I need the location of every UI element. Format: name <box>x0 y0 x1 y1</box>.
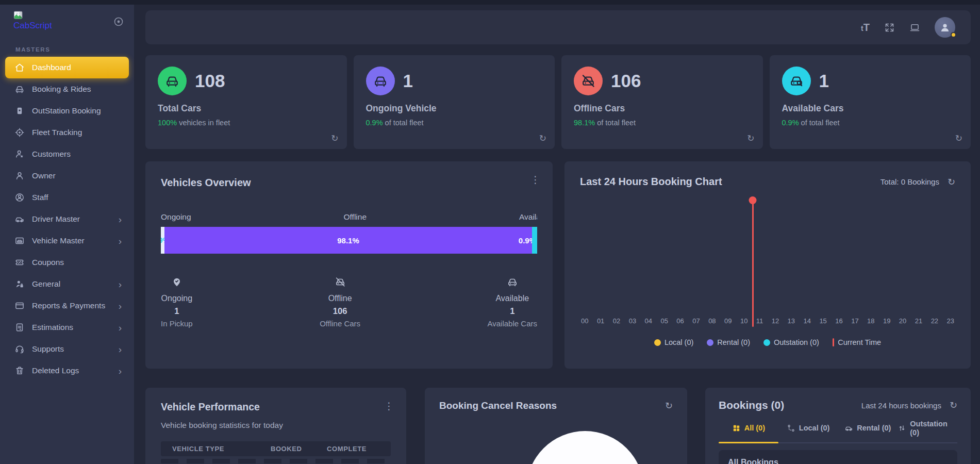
chevron-right-icon: › <box>119 323 124 333</box>
sidebar-item-vehicle-master[interactable]: Vehicle Master› <box>5 230 129 252</box>
tab-outstation-0[interactable]: Outstation (0) <box>898 420 957 442</box>
hour-tick: 19 <box>883 317 890 325</box>
sidebar-item-label: Dashboard <box>32 63 71 72</box>
refresh-icon[interactable]: ↻ <box>331 133 338 144</box>
sidebar-item-estimations[interactable]: Estimations› <box>5 317 129 338</box>
chevron-right-icon: › <box>119 344 124 354</box>
legend-label: Local (0) <box>665 338 693 346</box>
legend-label: Outstation (0) <box>774 338 819 346</box>
refresh-icon[interactable]: ↻ <box>539 133 546 144</box>
broken-image-icon <box>13 11 24 20</box>
brand-logo[interactable]: CabScript <box>13 11 52 31</box>
sidebar-item-dashboard[interactable]: Dashboard <box>5 57 129 78</box>
stat-value: 106 <box>611 71 641 91</box>
fullscreen-button[interactable] <box>884 22 895 33</box>
sidebar-item-driver-master[interactable]: Driver Master› <box>5 208 129 230</box>
text-size-button[interactable]: tT <box>861 22 870 34</box>
chart-legend: Local (0)Rental (0)Outstation (0)Current… <box>580 338 955 346</box>
hour-tick: 06 <box>676 317 684 325</box>
column-sub: In Pickup <box>161 319 193 328</box>
chevron-right-icon: › <box>119 214 124 224</box>
legend-item-outstation-0: Outstation (0) <box>763 338 819 346</box>
sidebar-item-customers[interactable]: Customers <box>5 143 129 165</box>
sidebar-item-label: Owner <box>32 171 56 180</box>
legend-item-current-time: Current Time <box>833 338 881 346</box>
column-value: 106 <box>320 306 360 316</box>
vehicle-performance-title: Vehicle Performance <box>161 401 391 413</box>
headset-icon <box>14 344 25 354</box>
sidebar-item-fleet-tracking[interactable]: Fleet Tracking <box>5 122 129 143</box>
laptop-icon <box>909 22 920 33</box>
hour-tick: 17 <box>851 317 858 325</box>
sidebar-item-supports[interactable]: Supports› <box>5 338 129 360</box>
sidebar-item-general[interactable]: General› <box>5 273 129 295</box>
sidebar-item-reports-payments[interactable]: Reports & Payments› <box>5 295 129 317</box>
hour-tick: 15 <box>819 317 826 325</box>
bar-label: Offline <box>344 212 367 222</box>
refresh-icon[interactable]: ↻ <box>955 133 962 144</box>
sidebar-item-deleted-logs[interactable]: Deleted Logs› <box>5 360 129 382</box>
hour-tick: 18 <box>867 317 874 325</box>
refresh-icon[interactable]: ↻ <box>665 400 673 411</box>
booking-chart-title: Last 24 Hours Booking Chart <box>580 176 722 188</box>
stat-card-total-cars: 108Total Cars100% vehicles in fleet↻ <box>145 55 347 149</box>
tab-all-0[interactable]: All (0) <box>719 420 778 442</box>
sidebar-item-label: Reports & Payments <box>32 301 105 310</box>
sidebar-item-label: Driver Master <box>32 214 80 224</box>
refresh-icon[interactable]: ↻ <box>747 133 754 144</box>
performance-table-header: VEHICLE TYPEBOOKEDCOMPLETE <box>161 441 391 456</box>
vehicles-overview-panel: Vehicles Overview ⋮ OngoingOfflineAvaila… <box>145 161 553 369</box>
booking-chart-area: 0001020304050607080910111213141516171819… <box>580 196 955 325</box>
table-header-cell: COMPLETE <box>327 445 389 453</box>
refresh-icon[interactable]: ↻ <box>950 400 957 411</box>
sidebar-item-booking-rides[interactable]: Booking & Rides <box>5 78 129 100</box>
chevron-right-icon: › <box>119 279 124 289</box>
sidebar-item-label: Supports <box>32 344 64 354</box>
sidebar-item-coupons[interactable]: Coupons <box>5 252 129 273</box>
tab-local-0[interactable]: Local (0) <box>778 420 838 442</box>
stat-card-ongoing-vehicle: 1Ongoing Vehicle0.9% of total fleet↻ <box>354 55 555 149</box>
kebab-menu-icon[interactable]: ⋮ <box>530 174 540 186</box>
stat-percent-line: 0.9% of total fleet <box>366 119 543 127</box>
hour-tick: 03 <box>629 317 636 325</box>
ticket-icon <box>14 257 25 268</box>
sidebar-item-outstation-booking[interactable]: OutStation Booking <box>5 100 129 122</box>
overview-column-available: Available1Available Cars <box>488 276 537 328</box>
hour-tick: 04 <box>645 317 652 325</box>
sidebar-item-label: General <box>32 279 60 289</box>
booking-pad-icon <box>14 106 25 116</box>
hour-tick: 09 <box>724 317 732 325</box>
sidebar-item-owner[interactable]: Owner <box>5 165 129 187</box>
stat-label: Offline Cars <box>574 103 751 114</box>
sidebar-collapse-button[interactable] <box>112 16 125 28</box>
target-icon <box>14 127 25 138</box>
hour-tick: 07 <box>692 317 700 325</box>
hour-tick: 05 <box>660 317 668 325</box>
sidebar-item-label: Deleted Logs <box>32 366 79 375</box>
column-value: 1 <box>161 306 193 316</box>
tab-rental-0[interactable]: Rental (0) <box>838 420 898 442</box>
person-icon <box>14 171 25 181</box>
user-icon <box>939 21 951 34</box>
column-label: Ongoing <box>161 294 193 303</box>
booking-total-label: Total: 0 Bookings <box>881 177 939 186</box>
document-icon <box>14 322 25 333</box>
vehicles-overview-title: Vehicles Overview <box>161 177 537 189</box>
display-button[interactable] <box>909 22 920 33</box>
sidebar-item-label: Fleet Tracking <box>32 128 82 137</box>
sidebar-item-label: Staff <box>32 193 48 202</box>
stat-label: Available Cars <box>782 103 959 114</box>
avatar[interactable] <box>935 17 955 38</box>
refresh-icon[interactable]: ↻ <box>948 176 955 188</box>
text-size-large: T <box>863 22 870 34</box>
bar-label: Available <box>519 212 537 222</box>
sidebar-item-label: Vehicle Master <box>32 236 85 245</box>
sidebar-item-staff[interactable]: Staff <box>5 187 129 208</box>
clipped-table-row <box>161 459 391 463</box>
legend-dot-icon <box>707 339 713 346</box>
stat-value: 1 <box>403 71 413 91</box>
dashboard-page: { "brand": { "name": "CabScript" }, "sid… <box>0 0 980 464</box>
hour-tick: 01 <box>597 317 604 325</box>
kebab-menu-icon[interactable]: ⋮ <box>384 400 394 412</box>
sidebar-item-label: Customers <box>32 150 71 159</box>
